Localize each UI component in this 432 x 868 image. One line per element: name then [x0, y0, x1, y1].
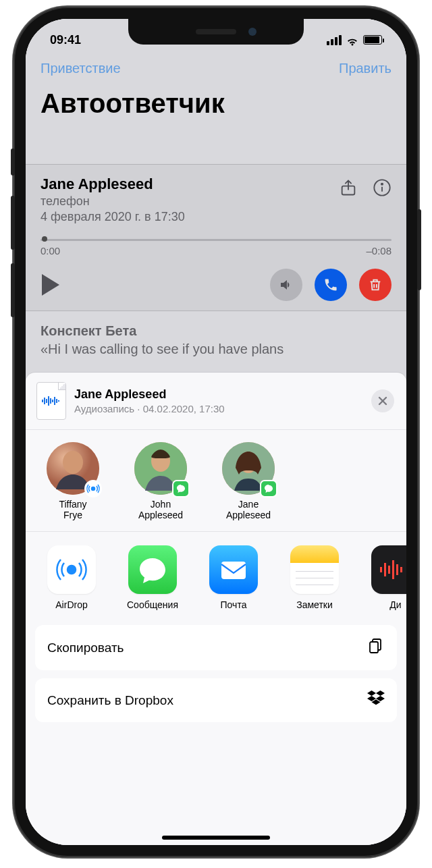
contact-name-line2: Appleseed: [138, 510, 183, 520]
phone-frame: 09:41 Приветствие Править Автоответчик: [14, 7, 418, 857]
svg-rect-12: [58, 400, 59, 402]
status-time: 09:41: [50, 33, 81, 47]
mail-icon: [209, 545, 258, 594]
share-apps-row: AirDrop Сообщения Почта: [26, 532, 406, 622]
svg-rect-11: [56, 399, 57, 403]
notch: [128, 19, 304, 45]
audio-file-icon: [36, 382, 66, 420]
svg-rect-6: [46, 399, 47, 403]
messages-badge-icon: [260, 480, 277, 497]
notes-icon: [290, 545, 339, 594]
contact-name-line2: Frye: [63, 510, 82, 520]
svg-rect-10: [54, 397, 55, 405]
avatar: [134, 442, 187, 495]
share-contact[interactable]: John Appleseed: [128, 442, 193, 520]
svg-rect-24: [380, 567, 382, 572]
app-label: AirDrop: [55, 599, 87, 610]
home-indicator[interactable]: [162, 836, 270, 840]
voice-memos-icon: [371, 545, 406, 594]
svg-rect-27: [392, 560, 394, 579]
share-app-notes[interactable]: Заметки: [284, 545, 346, 610]
avatar: [222, 442, 275, 495]
svg-rect-9: [52, 400, 53, 402]
battery-icon: [363, 35, 382, 45]
cellular-icon: [327, 35, 342, 45]
action-label: Сохранить в Dropbox: [47, 693, 173, 708]
airdrop-badge-icon: [84, 480, 102, 497]
action-save-dropbox[interactable]: Сохранить в Dropbox: [35, 678, 397, 722]
share-title: Jane Appleseed: [74, 387, 363, 402]
share-subtitle: Аудиозапись · 04.02.2020, 17:30: [74, 403, 363, 414]
copy-icon: [367, 637, 385, 658]
svg-rect-28: [396, 564, 398, 575]
share-contact[interactable]: Tiffany Frye: [40, 442, 105, 520]
svg-rect-23: [221, 562, 246, 579]
share-contacts-row: Tiffany Frye John Appleseed: [26, 430, 406, 532]
svg-point-16: [63, 451, 83, 474]
dropbox-icon: [367, 690, 385, 710]
share-contact[interactable]: Jane Appleseed: [216, 442, 281, 520]
svg-point-17: [92, 487, 95, 491]
wifi-icon: [346, 35, 359, 45]
screen: 09:41 Приветствие Править Автоответчик: [26, 19, 406, 845]
contact-name-line1: John: [151, 499, 171, 510]
contact-name-line2: Appleseed: [226, 510, 271, 520]
app-label: Почта: [221, 599, 247, 610]
action-label: Скопировать: [47, 641, 124, 655]
contact-name-line1: Jane: [238, 499, 259, 510]
app-label: Ди: [389, 599, 401, 610]
share-app-mail[interactable]: Почта: [202, 545, 265, 610]
svg-rect-31: [370, 642, 378, 653]
svg-rect-5: [44, 398, 45, 404]
close-button[interactable]: [371, 389, 394, 412]
svg-rect-25: [384, 563, 386, 576]
svg-rect-26: [388, 566, 390, 574]
svg-rect-4: [42, 400, 43, 402]
contact-name-line1: Tiffany: [59, 499, 86, 510]
messages-icon: [128, 545, 177, 594]
app-label: Заметки: [296, 599, 333, 610]
airdrop-icon: [47, 545, 96, 594]
share-app-voice-memos[interactable]: Ди: [364, 545, 406, 610]
svg-rect-8: [50, 398, 51, 404]
svg-point-22: [68, 566, 76, 574]
avatar: [47, 442, 99, 495]
svg-rect-29: [400, 567, 402, 572]
share-sheet: Jane Appleseed Аудиозапись · 04.02.2020,…: [26, 373, 406, 845]
share-app-messages[interactable]: Сообщения: [122, 545, 184, 610]
messages-badge-icon: [172, 480, 190, 497]
action-copy[interactable]: Скопировать: [35, 625, 397, 670]
share-app-airdrop[interactable]: AirDrop: [40, 545, 103, 610]
app-label: Сообщения: [127, 599, 178, 610]
svg-rect-7: [48, 396, 49, 406]
